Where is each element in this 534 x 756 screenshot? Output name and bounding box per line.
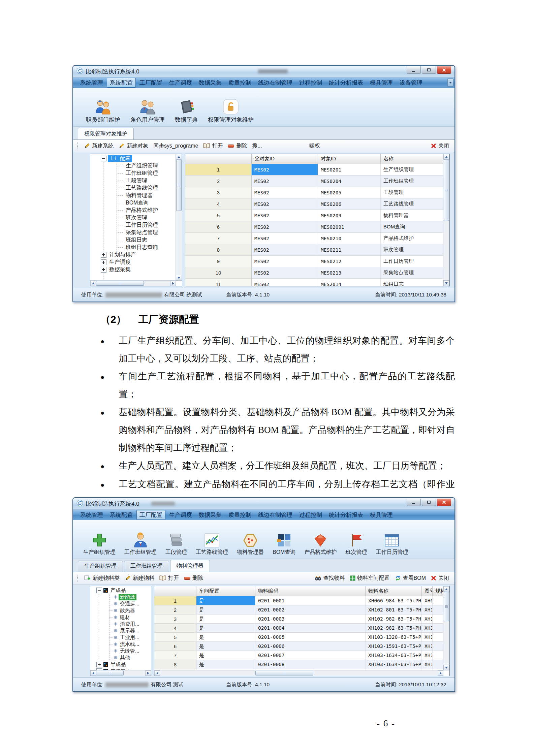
new-material-button[interactable]: 新建物料 (125, 575, 154, 582)
maximize-button[interactable] (422, 66, 436, 74)
menu-item[interactable]: 统计分析报表 (326, 510, 366, 520)
table-row[interactable]: 2 MES02 MES0204 工作班组管理 (185, 176, 443, 187)
search-button[interactable]: 搜... (252, 143, 262, 150)
column-header[interactable] (154, 586, 196, 596)
tree-node-incoming-processing[interactable]: 来料加工 (90, 668, 145, 670)
table-row[interactable]: 7 MES02 MES0210 产品格式维护 (185, 233, 443, 244)
table-row[interactable]: 6 是 0201-0006 XH103-1591-63-T5+PHS XH103 (154, 642, 443, 651)
close-panel-button[interactable]: 关闭 (431, 143, 449, 150)
sync-sys-programe-button[interactable]: 同步sys_programe (153, 143, 198, 150)
maximize-button[interactable] (422, 499, 436, 506)
menu-item[interactable]: 设备管理 (397, 78, 426, 88)
menu-item[interactable]: 线边在制管理 (255, 78, 295, 88)
column-header[interactable]: 物料名称 (366, 586, 422, 596)
column-header[interactable] (185, 154, 252, 164)
tree-node-data-collection[interactable]: 数据采集 (90, 266, 176, 273)
table-row[interactable]: 4 MES02 MES0206 工艺路线管理 (185, 198, 443, 210)
expand-icon[interactable] (96, 662, 102, 667)
tree-node-finished-products[interactable]: 产成品 (90, 587, 145, 594)
tree-node[interactable]: 展示器... (90, 627, 145, 634)
table-row[interactable]: 8 MES02 MES0211 班次管理 (185, 244, 443, 256)
toolbar-button-production-org[interactable]: 生产组织管理 (83, 530, 116, 556)
titlebar[interactable]: 比邻制造执行系统4.0 (73, 498, 454, 510)
menu-item[interactable]: 生产调度 (166, 78, 195, 88)
tree-node[interactable]: 流水线... (90, 641, 145, 648)
menu-overflow-button[interactable] (447, 78, 453, 87)
toolbar-button-product-format[interactable]: 产品格式维护 (304, 530, 337, 556)
toolbar-button-work-calendar[interactable]: 工作日历管理 (376, 530, 408, 556)
menu-item[interactable]: 系统管理 (77, 510, 106, 520)
tree-node[interactable]: 生产组织管理 (90, 162, 176, 169)
toolbar-button-shift-management[interactable]: 班次管理 (345, 530, 367, 556)
titlebar[interactable]: 比邻制造执行系统4.0 (73, 66, 454, 77)
collapse-icon[interactable] (101, 156, 106, 161)
column-header[interactable]: 对象ID (318, 154, 381, 164)
menu-item[interactable]: 数据采集 (196, 510, 225, 520)
tab-permission-objects[interactable]: 权限管理对象维护 (78, 128, 134, 139)
tree-node[interactable]: 班组日志查询 (90, 244, 176, 251)
tree-node[interactable]: 工作班组管理 (90, 169, 176, 177)
close-button[interactable] (437, 499, 451, 506)
tree-node[interactable]: 其他 (90, 654, 145, 661)
menu-item[interactable]: 模具管理 (367, 78, 396, 88)
scrollbar-thumb[interactable] (444, 592, 449, 621)
tree-node[interactable]: BOM查询 (90, 199, 176, 207)
grant-permission-button[interactable]: 赋权 (309, 143, 320, 150)
new-system-button[interactable]: 新建系统 (84, 143, 114, 150)
tree-node-scheduling[interactable]: 生产调度 (90, 258, 176, 266)
toolbar-button-process-route[interactable]: 工艺路线管理 (196, 530, 228, 556)
tree-node[interactable]: 产品格式维护 (90, 207, 176, 214)
scrollbar-thumb[interactable] (96, 671, 124, 675)
column-header[interactable]: 车间配置 (196, 586, 255, 596)
menu-item[interactable]: 生产调度 (166, 510, 195, 520)
menu-item[interactable]: 过程控制 (296, 78, 325, 88)
tree-node[interactable]: 工段管理 (90, 177, 176, 184)
tree-horizontal-scrollbar[interactable] (90, 280, 176, 286)
menu-item[interactable]: 统计分析报表 (326, 78, 366, 88)
table-vertical-scrollbar[interactable] (443, 154, 449, 286)
column-header[interactable]: 规格 (433, 586, 443, 596)
toolbar-button-work-section[interactable]: 工段管理 (165, 530, 187, 556)
toolbar-button-material-manager[interactable]: 物料管理器 (237, 530, 264, 556)
tree-node[interactable]: 采集站点管理 (90, 229, 176, 236)
tree-node[interactable]: 建材 (90, 614, 145, 621)
toolbar-button-permission-objects[interactable]: 权限管理对象维护 (208, 97, 254, 124)
table-row[interactable]: 5 MES02 MES0209 物料管理器 (185, 210, 443, 221)
tree-node-planning[interactable]: 计划与排产 (90, 251, 176, 258)
tree-node[interactable]: 班组日志 (90, 236, 176, 244)
close-panel-button[interactable]: 关闭 (431, 575, 449, 582)
expand-icon[interactable] (101, 267, 106, 273)
tree-node[interactable]: 工作日历管理 (90, 221, 176, 229)
menu-item[interactable]: 质量控制 (225, 78, 254, 88)
menu-item[interactable]: 质量控制 (225, 510, 254, 520)
tree-node[interactable]: 新能源 (90, 594, 145, 600)
column-header[interactable]: 物料编码 (255, 586, 366, 596)
tree-node-factory-config[interactable]: 工厂配置 (90, 155, 176, 162)
menu-item[interactable]: 系统配置 (107, 78, 136, 88)
tree-node[interactable]: 无缝管... (90, 648, 145, 654)
expand-icon[interactable] (101, 259, 106, 265)
tree-node[interactable]: 散热器 (90, 607, 145, 614)
table-row[interactable]: 2 是 0201-0002 XH102-801-63-T5+PHS XH102 (154, 605, 443, 615)
menu-item[interactable]: 数据采集 (196, 78, 225, 88)
tab-item[interactable]: 物料管理器 (170, 560, 210, 572)
tree-node-semi-finished[interactable]: 半成品 (90, 661, 145, 668)
menu-item[interactable]: 工厂配置 (136, 510, 165, 520)
new-object-button[interactable]: 新建对象 (119, 143, 148, 150)
delete-button[interactable]: 删除 (184, 575, 203, 582)
column-header[interactable]: 名称 (381, 154, 443, 164)
table-vertical-scrollbar[interactable] (443, 586, 449, 670)
tree-node[interactable]: 工业用... (90, 634, 145, 641)
tree-node[interactable]: 物料管理器 (90, 192, 176, 199)
menu-item[interactable]: 线边在制管理 (255, 510, 295, 520)
table-row[interactable]: 8 是 0201-0008 XH103-1634-63-T5+PHS(1) XH… (154, 660, 443, 669)
column-header[interactable]: 图号 (422, 586, 433, 596)
tree-node[interactable]: 工艺路线管理 (90, 184, 176, 192)
tree-node[interactable]: 交通运... (90, 600, 145, 607)
column-header[interactable]: 父对象ID (252, 154, 318, 164)
minimize-button[interactable] (407, 66, 421, 74)
toolbar-button-role-users[interactable]: 角色用户管理 (130, 97, 165, 124)
scrollbar-thumb[interactable] (176, 160, 182, 211)
tree-horizontal-scrollbar[interactable] (90, 670, 151, 676)
table-row[interactable]: 5 是 0201-0005 XH103-1320-63-T5+PHS XH103 (154, 633, 443, 642)
